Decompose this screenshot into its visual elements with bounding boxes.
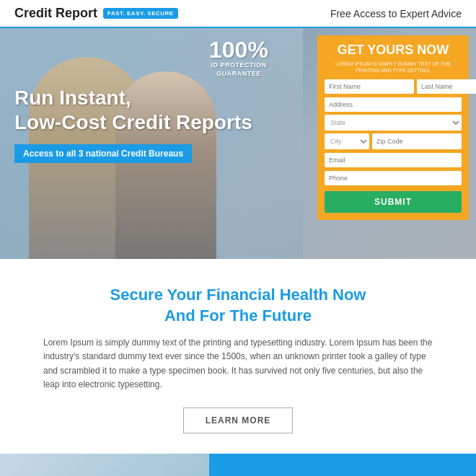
state-select[interactable]: State xyxy=(325,115,462,131)
header-badge: FAST. EASY. SECURE xyxy=(103,8,178,19)
last-name-input[interactable] xyxy=(417,79,476,94)
header: Credit Report FAST. EASY. SECURE Free Ac… xyxy=(0,0,476,28)
phone-input[interactable] xyxy=(325,171,462,185)
learn-more-button[interactable]: LEARN MORE xyxy=(183,407,294,433)
middle-section: Secure Your Financial Health NowAnd For … xyxy=(0,259,476,454)
header-tagline: Free Access to Expert Advice xyxy=(330,8,462,19)
form-name-row xyxy=(325,79,462,94)
first-name-input[interactable] xyxy=(325,79,414,94)
bottom-section: Get YourCredit Report Today There are ma… xyxy=(0,454,476,476)
header-title: Credit Report xyxy=(14,6,97,21)
zip-input[interactable] xyxy=(372,133,462,149)
guarantee-text: ID PROTECTION GUARANTEE xyxy=(209,61,268,78)
bottom-section-content: Get YourCredit Report Today There are ma… xyxy=(209,454,476,476)
hero-main-title: Run Instant,Low-Cost Credit Reports xyxy=(14,86,252,134)
hero-section: Run Instant,Low-Cost Credit Reports Acce… xyxy=(0,28,476,259)
bottom-section-image xyxy=(0,454,209,476)
form-panel-title: GET YOURS NOW xyxy=(325,43,462,58)
address-input[interactable] xyxy=(325,97,462,112)
guarantee-percent: 100% xyxy=(209,38,268,61)
form-city-zip-row: City xyxy=(325,133,462,149)
form-state-row: State xyxy=(325,115,462,131)
city-select[interactable]: City xyxy=(325,133,369,149)
middle-section-body: Lorem Ipsum is simply dummy text of the … xyxy=(43,336,433,392)
guarantee-badge: 100% ID PROTECTION GUARANTEE xyxy=(209,38,268,78)
email-input[interactable] xyxy=(325,153,462,167)
hero-subtitle-bar: Access to all 3 national Credit Bureaus xyxy=(14,144,192,163)
header-left: Credit Report FAST. EASY. SECURE xyxy=(14,6,178,21)
middle-section-title: Secure Your Financial Health NowAnd For … xyxy=(43,285,433,326)
signup-form-panel: GET YOURS NOW LOREM IPSUM IS SIMPLY DUMM… xyxy=(317,35,469,220)
hero-content: Run Instant,Low-Cost Credit Reports Acce… xyxy=(14,86,252,163)
form-panel-subtitle: LOREM IPSUM IS SIMPLY DUMMY TEXT OF THE … xyxy=(325,61,462,74)
submit-button[interactable]: SUBMIT xyxy=(325,191,462,213)
